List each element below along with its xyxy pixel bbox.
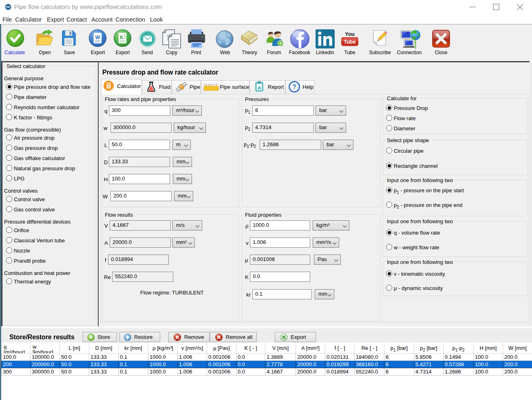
- svg-text:X: X: [119, 34, 123, 40]
- svg-text:Tube: Tube: [344, 39, 356, 45]
- svg-text:You: You: [345, 31, 355, 37]
- svg-text:W: W: [95, 34, 100, 40]
- svg-text:PF: PF: [6, 5, 10, 9]
- svg-text:?: ?: [292, 83, 296, 90]
